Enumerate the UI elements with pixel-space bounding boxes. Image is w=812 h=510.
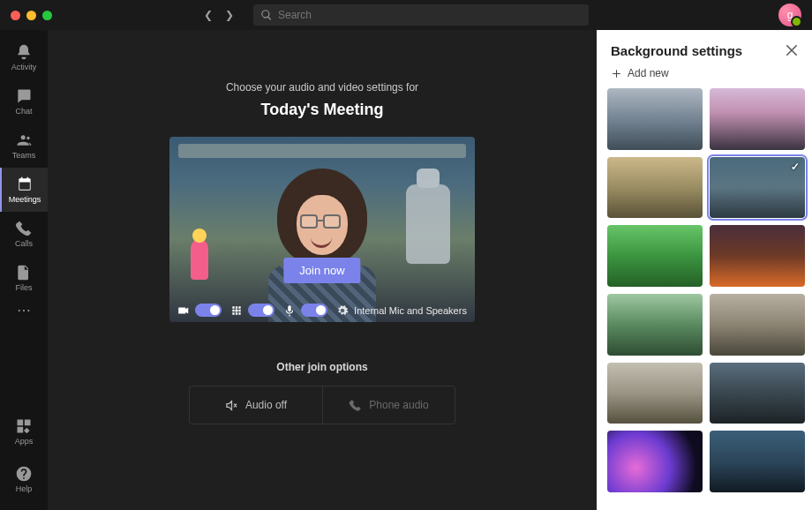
gear-icon <box>336 304 349 317</box>
sidebar-item-label: Teams <box>12 151 36 160</box>
camera-icon <box>177 304 190 317</box>
sidebar-item-activity[interactable]: Activity <box>0 35 48 79</box>
background-grid-scroll[interactable] <box>597 88 812 510</box>
background-toggle-group <box>230 304 274 317</box>
window-controls <box>11 11 52 20</box>
background-grid <box>607 88 805 492</box>
panel-title: Background settings <box>611 43 784 58</box>
background-tile-ruins[interactable] <box>710 294 805 356</box>
preview-person <box>247 163 397 322</box>
avatar-initial: g <box>787 9 793 21</box>
audio-device-selector[interactable]: Internal Mic and Speakers <box>336 304 467 317</box>
background-tile-satellite[interactable] <box>710 431 805 492</box>
background-tile-city[interactable] <box>607 363 703 424</box>
speaker-off-icon <box>225 399 238 412</box>
background-tile-bridge[interactable] <box>607 88 703 150</box>
sidebar-item-label: Calls <box>15 239 33 248</box>
minimize-window-button[interactable] <box>26 11 36 20</box>
other-join-options-label: Other join options <box>276 361 367 373</box>
join-now-button[interactable]: Join now <box>283 258 360 283</box>
close-window-button[interactable] <box>11 11 20 20</box>
other-join-options: Audio off Phone audio <box>189 386 455 424</box>
sidebar-item-teams[interactable]: Teams <box>0 124 48 168</box>
background-effects-icon <box>230 304 243 317</box>
calendar-icon <box>16 176 34 193</box>
bell-icon <box>15 43 33 61</box>
history-nav: ❮ ❯ <box>204 9 234 21</box>
background-tile-lava[interactable] <box>710 225 805 287</box>
sidebar-item-apps[interactable]: Apps <box>0 409 48 454</box>
add-new-background-button[interactable]: Add new <box>597 64 812 88</box>
mic-toggle-group <box>283 304 327 317</box>
background-tile-classroom[interactable] <box>607 157 703 219</box>
sidebar-item-label: Chat <box>15 107 32 116</box>
background-toggle[interactable] <box>248 304 274 317</box>
phone-audio-button[interactable]: Phone audio <box>322 386 455 424</box>
camera-toggle[interactable] <box>195 304 222 317</box>
mic-toggle[interactable] <box>301 304 327 317</box>
apps-icon <box>15 417 33 435</box>
phone-audio-label: Phone audio <box>369 399 428 411</box>
sidebar-item-chat[interactable]: Chat <box>0 79 48 124</box>
search-icon <box>260 9 273 21</box>
sidebar-item-label: Help <box>16 484 33 493</box>
teams-icon <box>15 131 33 149</box>
nav-back-button[interactable]: ❮ <box>204 9 213 21</box>
app-rail: Activity Chat Teams Meetings Calls Files… <box>0 30 48 510</box>
nav-forward-button[interactable]: ❯ <box>225 9 234 21</box>
sidebar-item-label: Activity <box>11 63 37 71</box>
plus-icon <box>611 68 622 79</box>
prejoin-controls: Internal Mic and Speakers <box>169 304 475 317</box>
background-tile-nebula[interactable] <box>607 431 703 492</box>
background-settings-panel: Background settings Add new <box>597 30 812 510</box>
sidebar-item-files[interactable]: Files <box>0 256 48 300</box>
background-tile-scifi[interactable] <box>710 157 805 219</box>
file-icon <box>15 264 33 281</box>
phone-icon <box>15 220 33 237</box>
phone-audio-icon <box>349 399 362 412</box>
sidebar-item-calls[interactable]: Calls <box>0 212 48 256</box>
sidebar-item-label: Files <box>15 283 32 292</box>
profile-avatar[interactable]: g <box>778 4 801 26</box>
background-tile-halo[interactable] <box>710 363 805 424</box>
background-tile-blocks[interactable] <box>607 225 703 287</box>
sidebar-more-button[interactable]: ⋯ <box>17 302 32 319</box>
background-tile-valley[interactable] <box>607 294 703 356</box>
meeting-prejoin: Choose your audio and video settings for… <box>48 30 597 510</box>
sidebar-item-label: Meetings <box>9 195 41 204</box>
mic-icon <box>283 304 296 317</box>
audio-off-button[interactable]: Audio off <box>190 386 322 424</box>
help-icon <box>15 465 33 483</box>
background-tile-mountain[interactable] <box>710 88 805 150</box>
camera-toggle-group <box>177 304 222 317</box>
search-input[interactable] <box>278 9 582 21</box>
chat-icon <box>15 87 33 105</box>
video-preview: Join now Internal Mic and Speakers <box>169 137 475 322</box>
window-titlebar: ❮ ❯ g <box>0 0 812 30</box>
audio-off-label: Audio off <box>245 399 287 411</box>
sidebar-item-label: Apps <box>15 437 34 446</box>
add-new-label: Add new <box>628 67 669 79</box>
audio-device-label: Internal Mic and Speakers <box>354 305 467 316</box>
search-bar[interactable] <box>253 4 589 26</box>
sidebar-item-meetings[interactable]: Meetings <box>0 168 48 212</box>
maximize-window-button[interactable] <box>42 11 52 20</box>
sidebar-item-help[interactable]: Help <box>0 457 48 501</box>
panel-header: Background settings <box>597 30 812 64</box>
close-icon[interactable] <box>784 42 800 58</box>
meeting-title: Today's Meeting <box>261 101 384 119</box>
prejoin-subtitle: Choose your audio and video settings for <box>226 81 418 94</box>
